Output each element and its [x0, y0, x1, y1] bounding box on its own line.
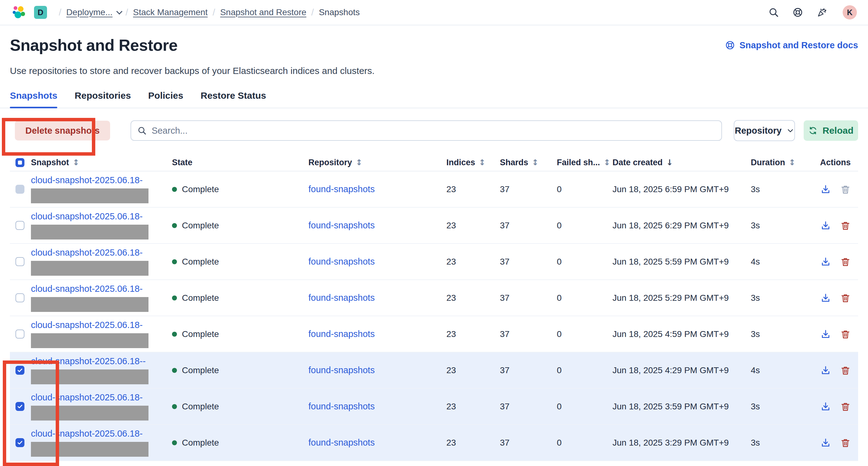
download-icon[interactable]	[820, 220, 831, 231]
news-icon[interactable]	[817, 7, 827, 18]
help-icon[interactable]	[793, 7, 803, 18]
row-checkbox[interactable]	[16, 257, 25, 266]
reload-label: Reload	[823, 125, 854, 136]
chevron-down-icon[interactable]	[116, 8, 123, 14]
snapshot-link[interactable]: cloud-snapshot-2025.06.18-	[31, 284, 143, 294]
row-checkbox[interactable]	[16, 330, 25, 339]
repository-filter-label: Repository	[735, 126, 781, 136]
date-created-value: Jun 18, 2025 6:59 PM GMT+9	[613, 184, 751, 194]
repository-link[interactable]: found-snapshots	[308, 293, 375, 303]
sort-icon: ↕	[604, 158, 611, 167]
column-header-state: State	[172, 158, 308, 167]
trash-icon[interactable]	[840, 293, 851, 303]
column-header-indices[interactable]: Indices ↕	[446, 158, 500, 167]
tab-restore-status[interactable]: Restore Status	[200, 90, 266, 108]
indices-value: 23	[446, 366, 500, 375]
docs-help-icon	[725, 40, 735, 50]
trash-icon[interactable]	[840, 401, 851, 412]
user-avatar[interactable]: K	[843, 5, 857, 20]
column-header-date-created[interactable]: Date created ↓	[613, 158, 751, 167]
repository-filter-button[interactable]: Repository	[734, 120, 795, 141]
search-box[interactable]	[130, 120, 722, 141]
download-icon[interactable]	[820, 256, 831, 267]
trash-icon[interactable]	[840, 365, 851, 376]
trash-icon[interactable]	[840, 438, 851, 448]
indices-value: 23	[446, 257, 500, 267]
table-row: cloud-snapshot-2025.06.18- Complete foun…	[10, 244, 858, 280]
indices-value: 23	[446, 293, 500, 303]
delete-snapshots-button[interactable]: Delete snapshots	[15, 121, 110, 141]
indices-value: 23	[446, 402, 500, 411]
download-icon[interactable]	[820, 365, 831, 376]
failed-shards-value: 0	[557, 438, 613, 448]
redacted-snapshot-name	[31, 442, 149, 457]
elastic-logo[interactable]	[11, 5, 26, 20]
repository-link[interactable]: found-snapshots	[308, 220, 375, 230]
row-checkbox[interactable]	[16, 185, 25, 194]
snapshot-link[interactable]: cloud-snapshot-2025.06.18-	[31, 211, 143, 222]
breadcrumb-separator: /	[126, 7, 128, 18]
failed-shards-value: 0	[557, 329, 613, 339]
date-created-value: Jun 18, 2025 6:29 PM GMT+9	[613, 221, 751, 230]
failed-shards-value: 0	[557, 221, 613, 230]
download-icon[interactable]	[820, 438, 831, 448]
row-checkbox[interactable]	[16, 438, 25, 447]
shards-value: 37	[500, 293, 557, 303]
deployment-badge[interactable]: D	[34, 6, 47, 19]
row-checkbox[interactable]	[16, 221, 25, 230]
snapshot-link[interactable]: cloud-snapshot-2025.06.18--	[31, 356, 146, 366]
snapshot-link[interactable]: cloud-snapshot-2025.06.18-	[31, 429, 143, 439]
breadcrumb-deployment[interactable]: Deployme...	[66, 7, 112, 17]
repository-link[interactable]: found-snapshots	[308, 329, 375, 339]
select-all-checkbox[interactable]	[16, 158, 25, 167]
page-description: Use repositories to store and recover ba…	[0, 66, 868, 76]
snapshot-link[interactable]: cloud-snapshot-2025.06.18-	[31, 175, 143, 185]
snapshot-link[interactable]: cloud-snapshot-2025.06.18-	[31, 392, 143, 403]
row-checkbox[interactable]	[16, 402, 25, 411]
trash-icon[interactable]	[840, 220, 851, 231]
snapshot-link[interactable]: cloud-snapshot-2025.06.18-	[31, 248, 143, 258]
shards-value: 37	[500, 438, 557, 448]
sort-icon: ↕	[789, 158, 796, 167]
trash-icon[interactable]	[840, 329, 851, 339]
breadcrumb-snapshot-and-restore[interactable]: Snapshot and Restore	[220, 7, 307, 17]
sort-desc-icon: ↓	[666, 158, 673, 167]
state-complete-dot	[172, 187, 177, 192]
search-icon[interactable]	[768, 7, 779, 18]
trash-icon[interactable]	[840, 256, 851, 267]
download-icon[interactable]	[820, 329, 831, 339]
redacted-snapshot-name	[31, 406, 149, 421]
column-header-snapshot[interactable]: Snapshot ↕	[31, 158, 172, 167]
column-header-repository[interactable]: Repository ↕	[308, 158, 446, 167]
search-input[interactable]	[152, 126, 715, 136]
trash-icon[interactable]	[840, 184, 851, 195]
repository-link[interactable]: found-snapshots	[308, 365, 375, 375]
page-title: Snapshot and Restore	[10, 36, 178, 55]
snapshot-link[interactable]: cloud-snapshot-2025.06.18-	[31, 320, 143, 330]
download-icon[interactable]	[820, 401, 831, 412]
table-row: cloud-snapshot-2025.06.18- Complete foun…	[10, 172, 858, 208]
docs-link[interactable]: Snapshot and Restore docs	[725, 40, 858, 51]
date-created-value: Jun 18, 2025 3:29 PM GMT+9	[613, 438, 751, 448]
column-header-shards[interactable]: Shards ↕	[500, 158, 557, 167]
failed-shards-value: 0	[557, 402, 613, 411]
duration-value: 4s	[751, 257, 817, 267]
repository-link[interactable]: found-snapshots	[308, 438, 375, 447]
duration-value: 4s	[751, 366, 817, 375]
reload-button[interactable]: Reload	[804, 120, 858, 141]
column-header-duration[interactable]: Duration ↕	[751, 158, 817, 167]
repository-link[interactable]: found-snapshots	[308, 256, 375, 267]
download-icon[interactable]	[820, 293, 831, 303]
row-checkbox[interactable]	[16, 366, 25, 375]
repository-link[interactable]: found-snapshots	[308, 401, 375, 411]
repository-link[interactable]: found-snapshots	[308, 184, 375, 194]
state-complete-dot	[172, 404, 177, 409]
tab-repositories[interactable]: Repositories	[74, 90, 131, 108]
download-icon[interactable]	[820, 184, 831, 195]
column-header-failed-shards[interactable]: Failed sh... ↕	[557, 158, 613, 167]
row-checkbox[interactable]	[16, 293, 25, 302]
tab-policies[interactable]: Policies	[148, 90, 183, 108]
shards-value: 37	[500, 402, 557, 411]
breadcrumb-stack-management[interactable]: Stack Management	[133, 7, 208, 17]
tab-snapshots[interactable]: Snapshots	[10, 90, 57, 108]
